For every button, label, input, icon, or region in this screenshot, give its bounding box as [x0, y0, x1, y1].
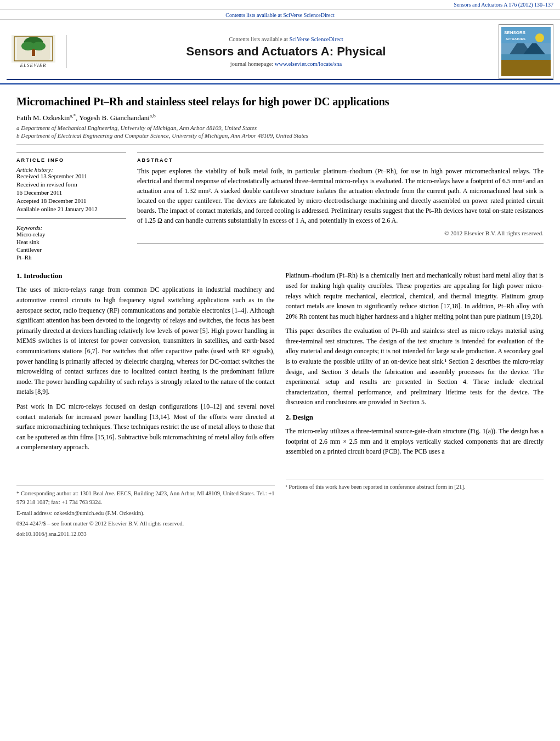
received1: Received 13 September 2011 — [16, 173, 126, 179]
homepage-url[interactable]: www.elsevier.com/locate/sna — [275, 61, 342, 67]
article-title-section: Micromachined Pt–Rh and stainless steel … — [16, 84, 544, 145]
keywords-section: Keywords: Micro-relay Heat sink Cantilev… — [16, 224, 126, 261]
abstract-text: This paper explores the viability of bul… — [137, 166, 544, 225]
header-inner: ELSEVIER Contents lists available at Sci… — [0, 20, 560, 79]
section1-para1: The uses of micro-relays range from comm… — [16, 285, 275, 397]
svg-point-4 — [32, 42, 46, 50]
author1-name: Fatih M. Ozkeskin — [16, 114, 70, 122]
doi-note: doi:10.1016/j.sna.2011.12.033 — [16, 530, 275, 539]
history-label: Article history: — [16, 166, 126, 173]
received2-date: 16 December 2011 — [16, 189, 126, 196]
affil-b: b Department of Electrical Engineering a… — [16, 132, 544, 139]
keyword-1: Micro-relay — [16, 231, 126, 237]
page: Sensors and Actuators A 176 (2012) 130–1… — [0, 0, 560, 540]
body-col-left: 1. Introduction The uses of micro-relays… — [16, 270, 275, 540]
svg-text:SENSORS: SENSORS — [504, 30, 526, 35]
body-col-right: Platinum–rhodium (Pt–Rh) is a chemically… — [286, 270, 544, 540]
sciverse-link[interactable]: SciVerse ScienceDirect — [283, 12, 335, 18]
svg-rect-5 — [32, 49, 35, 56]
contents-available: Contents lists available at SciVerse Sci… — [73, 36, 499, 42]
keywords-label: Keywords: — [16, 224, 126, 231]
article-info-box: ARTICLE INFO Article history: Received 1… — [16, 152, 126, 219]
svg-point-13 — [535, 33, 544, 42]
article-authors: Fatih M. Ozkeskina,*, Yogesh B. Gianchan… — [16, 113, 544, 122]
info-abstract-cols: ARTICLE INFO Article history: Received 1… — [16, 152, 544, 262]
accepted-date: Accepted 18 December 2011 — [16, 197, 126, 204]
section2-para1: The micro-relay utilizes a three-termina… — [286, 426, 544, 457]
homepage-label: journal homepage: — [230, 61, 273, 67]
author1-sup: a,* — [70, 113, 76, 118]
email-note: E-mail address: ozkeskin@umich.edu (F.M.… — [16, 509, 275, 518]
footnote1-area: ¹ Portions of this work have been report… — [286, 479, 544, 491]
journal-header: Contents lists available at SciVerse Sci… — [0, 10, 560, 84]
svg-text:AcTUATORS: AcTUATORS — [506, 37, 525, 41]
article-title: Micromachined Pt–Rh and stainless steel … — [16, 94, 544, 109]
svg-rect-12 — [501, 27, 551, 43]
footnote1-section: ¹ Portions of this work have been report… — [286, 479, 544, 491]
footnote-section: * Corresponding author at: 1301 Beal Ave… — [16, 485, 275, 539]
article-info-heading: ARTICLE INFO — [16, 157, 126, 163]
section1-para2: Past work in DC micro-relays focused on … — [16, 401, 275, 452]
contents-label-2: Contents lists available at — [229, 36, 288, 42]
abstract-heading: ABSTRACT — [137, 157, 544, 163]
svg-rect-11 — [501, 60, 551, 76]
section1-heading: 1. Introduction — [16, 270, 275, 281]
copyright-line: © 2012 Elsevier B.V. All rights reserved… — [137, 230, 544, 236]
keyword-2: Heat sink — [16, 239, 126, 245]
body-columns: 1. Introduction The uses of micro-relays… — [16, 270, 544, 540]
elsevier-logo: ELSEVIER — [7, 35, 67, 68]
keyword-3: Cantilever — [16, 246, 126, 253]
abstract-section: ABSTRACT This paper explores the viabili… — [137, 152, 544, 244]
article-content: Micromachined Pt–Rh and stainless steel … — [0, 84, 560, 540]
footnote1-text: ¹ Portions of this work have been report… — [286, 483, 544, 491]
section2-heading: 2. Design — [286, 412, 544, 423]
available-date: Available online 21 January 2012 — [16, 206, 126, 212]
issn-note: 0924-4247/$ – see front matter © 2012 El… — [16, 519, 275, 528]
section1-right-para1: Platinum–rhodium (Pt–Rh) is a chemically… — [286, 270, 544, 321]
author2-sup: a,b — [150, 113, 156, 118]
journal-name: Sensors and Actuators A: Physical — [73, 44, 499, 59]
left-column: ARTICLE INFO Article history: Received 1… — [16, 152, 126, 262]
header-divider — [7, 79, 553, 80]
journal-title-center: Contents lists available at SciVerse Sci… — [73, 36, 499, 67]
sciverse-link-2[interactable]: SciVerse ScienceDirect — [289, 36, 343, 42]
footnote-area: * Corresponding author at: 1301 Beal Ave… — [16, 485, 275, 539]
corresponding-author-note: * Corresponding author at: 1301 Beal Ave… — [16, 489, 275, 507]
section1-right-para2: This paper describes the evaluation of P… — [286, 326, 544, 408]
affil-a: a Department of Mechanical Engineering, … — [16, 125, 544, 131]
elsevier-wordmark: ELSEVIER — [20, 63, 47, 68]
right-column: ABSTRACT This paper explores the viabili… — [137, 152, 544, 262]
keyword-4: Pt–Rh — [16, 254, 126, 261]
citation-top-bar: Sensors and Actuators A 176 (2012) 130–1… — [0, 0, 560, 10]
contents-label: Contents lists available at — [225, 12, 281, 18]
contents-bar: Contents lists available at SciVerse Sci… — [0, 10, 560, 20]
author2-name: , Yogesh B. Gianchandani — [76, 114, 150, 122]
received2-label: Received in revised form — [16, 181, 126, 188]
journal-homepage: journal homepage: www.elsevier.com/locat… — [73, 61, 499, 67]
sensors-actuators-logo: SENSORS AcTUATORS — [499, 24, 553, 79]
sensors-logo-svg: SENSORS AcTUATORS — [501, 27, 551, 76]
elsevier-logo-svg — [12, 35, 55, 63]
sensors-logo-image: SENSORS AcTUATORS — [501, 27, 551, 76]
citation-text: Sensors and Actuators A 176 (2012) 130–1… — [454, 2, 553, 8]
